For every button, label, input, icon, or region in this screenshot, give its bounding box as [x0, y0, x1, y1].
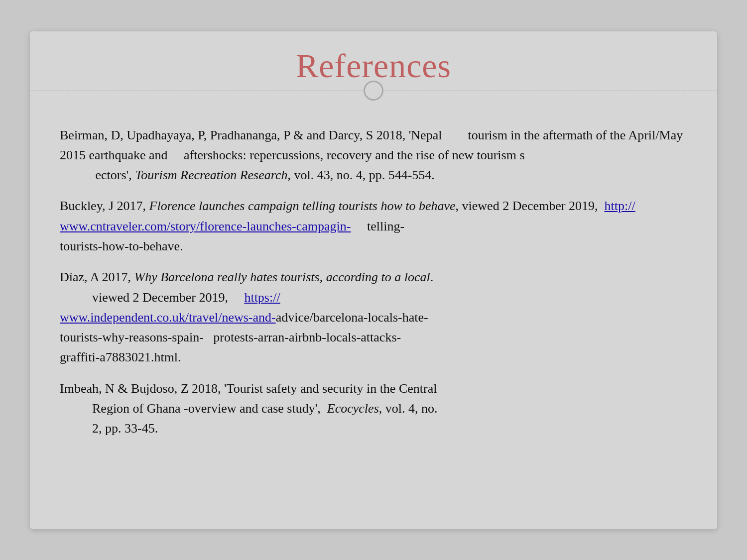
ref-beirman: Beirman, D, Upadhayaya, P, Pradhananga, … [60, 125, 687, 186]
ref-diaz: Díaz, A 2017, Why Barcelona really hates… [60, 267, 687, 367]
ref-diaz-title: Why Barcelona really hates tourists, acc… [134, 270, 430, 284]
ref-imbeah-text: Imbeah, N & Bujdoso, Z 2018, 'Tourist sa… [60, 379, 687, 439]
ref-buckley-title: Florence launches campaign telling touri… [149, 199, 456, 213]
ref-beirman-journal: Tourism Recreation Research [135, 168, 287, 182]
ref-imbeah-journal: Ecocycles [327, 401, 379, 416]
ref-diaz-text: Díaz, A 2017, Why Barcelona really hates… [60, 267, 687, 367]
ref-beirman-text: Beirman, D, Upadhayaya, P, Pradhananga, … [60, 125, 687, 186]
divider-wrapper [50, 91, 697, 101]
ref-imbeah: Imbeah, N & Bujdoso, Z 2018, 'Tourist sa… [60, 379, 687, 439]
header-section: References [30, 31, 717, 111]
ref-diaz-link[interactable]: https:// [244, 290, 280, 305]
content-section: Beirman, D, Upadhayaya, P, Pradhananga, … [30, 111, 717, 529]
ref-buckley: Buckley, J 2017, Florence launches campa… [60, 196, 687, 256]
ref-buckley-text: Buckley, J 2017, Florence launches campa… [60, 196, 687, 256]
slide: References Beirman, D, Upadhayaya, P, Pr… [30, 31, 717, 529]
circle-connector [364, 81, 383, 101]
ref-diaz-link2[interactable]: www.independent.co.uk/travel/news-and- [60, 310, 276, 325]
